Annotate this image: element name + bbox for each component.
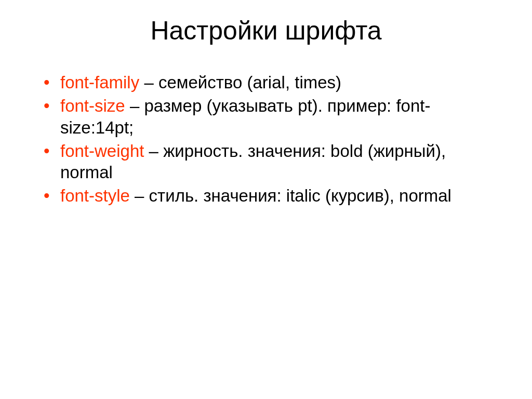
property-name: font-weight <box>60 141 144 161</box>
property-name: font-family <box>60 73 139 92</box>
slide-content: font-family – семейство (arial, times) f… <box>31 72 501 207</box>
property-name: font-style <box>60 186 130 205</box>
bullet-list: font-family – семейство (arial, times) f… <box>42 72 501 207</box>
list-item: font-size – размер (указывать pt). приме… <box>42 95 501 138</box>
list-item: font-family – семейство (arial, times) <box>42 72 501 93</box>
property-name: font-size <box>60 96 125 115</box>
list-item: font-weight – жирность. значения: bold (… <box>42 140 501 183</box>
property-desc: – стиль. значения: italic (курсив), norm… <box>130 186 451 205</box>
list-item: font-style – стиль. значения: italic (ку… <box>42 185 501 206</box>
slide-title: Настройки шрифта <box>31 16 501 46</box>
property-desc: – семейство (arial, times) <box>139 73 341 92</box>
